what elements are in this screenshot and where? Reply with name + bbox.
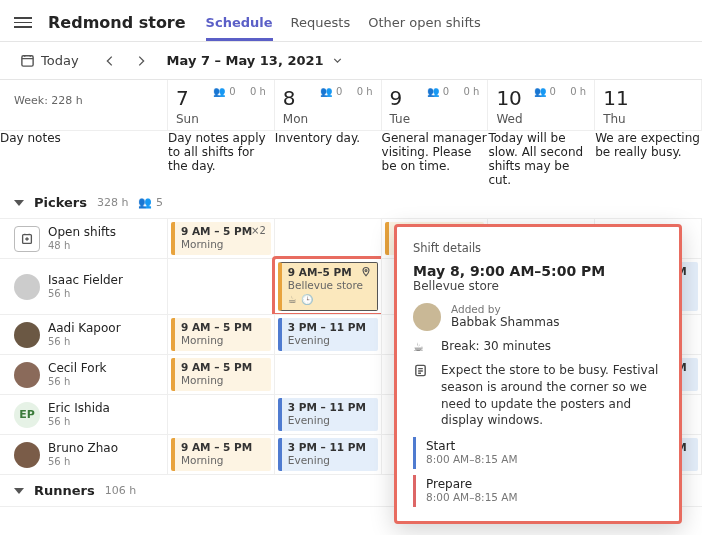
avatar: EP [14,402,40,428]
people-icon: 👥 [320,86,332,97]
popover-header: Shift details [413,241,663,255]
shift-card[interactable]: 9 AM – 5 PMMorning [171,318,271,351]
shift-details-popover: Shift details May 8, 9:00 AM–5:00 PM Bel… [394,224,682,524]
shift-card[interactable]: 3 PM – 11 PMEvening [278,438,378,471]
avatar [14,274,40,300]
empty-cell[interactable] [275,219,382,259]
shift-card-selected[interactable]: 9 AM–5 PM Bellevue store ☕ 🕒 [278,262,378,311]
empty-cell[interactable] [275,355,382,395]
tab-other-open-shifts[interactable]: Other open shifts [368,5,480,41]
group-header-pickers[interactable]: Pickers 328 h 👥 5 [0,187,702,219]
clock-icon: 🕒 [301,294,313,307]
day-note[interactable]: Inventory day. [275,131,382,187]
activity-item: Prepare 8:00 AM–8:15 AM [413,475,663,507]
shift-card[interactable]: 3 PM – 11 PMEvening [278,398,378,431]
row-person[interactable]: Bruno Zhao56 h [0,435,168,475]
people-icon: 👥 [213,86,225,97]
shift-card[interactable]: 3 PM – 11 PMEvening [278,318,378,351]
added-by-label: Added by [451,303,560,315]
chevron-down-icon [330,53,345,68]
chevron-down-icon [14,200,24,206]
date-range-label: May 7 – May 13, 2021 [167,53,324,68]
row-person[interactable]: Aadi Kapoor56 h [0,315,168,355]
arrow-left-icon [103,53,118,68]
row-person[interactable]: Isaac Fielder56 h [0,259,168,315]
coffee-icon: ☕ [413,340,431,354]
row-open-shifts[interactable]: Open shifts48 h [0,219,168,259]
people-icon: 👥 [138,196,152,209]
store-title: Redmond store [48,13,186,32]
note-icon [413,363,431,381]
chevron-down-icon [14,488,24,494]
today-button[interactable]: Today [14,49,85,72]
empty-cell[interactable] [168,259,275,315]
note-text: Expect the store to be busy. Festival se… [441,362,663,429]
open-shift-icon [14,226,40,252]
date-range-picker[interactable]: May 7 – May 13, 2021 [167,53,345,68]
shift-card[interactable]: 9 AM – 5 PMMorning×2 [171,222,271,255]
day-note[interactable]: Day notes apply to all shifts for the da… [168,131,275,187]
day-note[interactable]: General manager visiting. Please be on t… [382,131,489,187]
prev-week-button[interactable] [97,49,124,72]
row-person[interactable]: Cecil Fork56 h [0,355,168,395]
svg-point-2 [365,270,367,272]
today-label: Today [41,53,79,68]
tab-requests[interactable]: Requests [291,5,351,41]
calendar-icon [20,53,35,68]
arrow-right-icon [134,53,149,68]
location-pin-icon [360,266,372,282]
people-icon: 👥 [427,86,439,97]
empty-cell[interactable] [168,395,275,435]
day-header-sun[interactable]: 7 Sun 👥0 0 h [168,80,275,131]
day-note[interactable]: Today will be slow. All second shifts ma… [488,131,595,187]
popover-subtitle: Bellevue store [413,279,663,293]
avatar [14,362,40,388]
break-text: Break: 30 minutes [441,339,551,353]
next-week-button[interactable] [128,49,155,72]
avatar [14,442,40,468]
shift-card[interactable]: 9 AM – 5 PMMorning [171,358,271,391]
activity-item: Start 8:00 AM–8:15 AM [413,437,663,469]
hamburger-menu[interactable] [14,17,32,28]
day-notes-label: Day notes [0,131,168,187]
avatar [413,303,441,331]
day-header-mon[interactable]: 8 Mon 👥0 0 h [275,80,382,131]
week-hours-label: Week: 228 h [0,80,168,131]
shift-card[interactable]: 9 AM – 5 PMMorning [171,438,271,471]
day-header-thu[interactable]: 11 Thu [595,80,702,131]
popover-title: May 8, 9:00 AM–5:00 PM [413,263,663,279]
row-person[interactable]: EP Eric Ishida56 h [0,395,168,435]
added-by-name: Babbak Shammas [451,315,560,329]
day-header-wed[interactable]: 10 Wed 👥0 0 h [488,80,595,131]
svg-rect-0 [22,56,33,66]
coffee-icon: ☕ [288,294,297,307]
day-note[interactable]: We are expecting be really busy. [595,131,702,187]
avatar [14,322,40,348]
tab-schedule[interactable]: Schedule [206,5,273,41]
day-header-tue[interactable]: 9 Tue 👥0 0 h [382,80,489,131]
people-icon: 👥 [534,86,546,97]
